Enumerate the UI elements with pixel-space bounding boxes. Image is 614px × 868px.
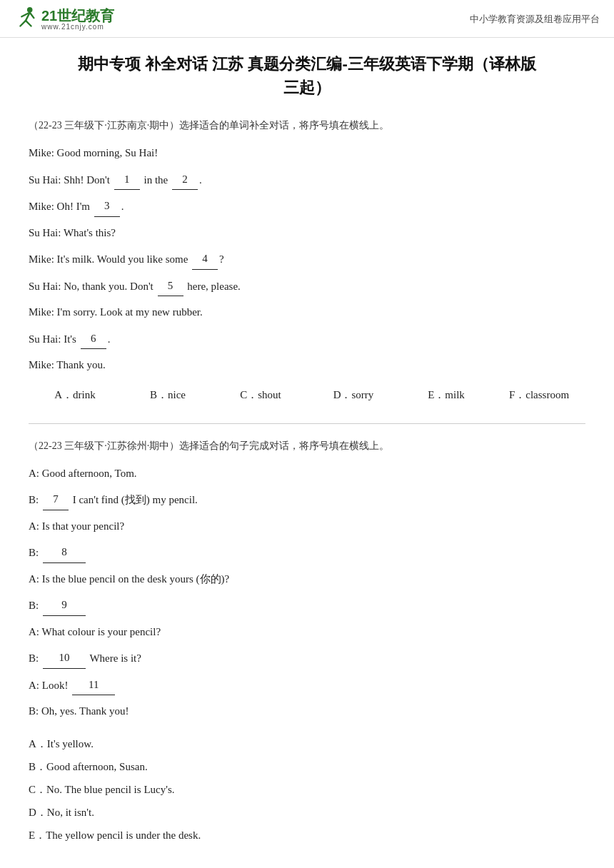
doc-title-line2: 三起） xyxy=(29,76,585,99)
logo-area: 21世纪教育 www.21cnjy.com xyxy=(14,6,114,33)
option-F: F．classroom xyxy=(493,388,585,402)
dialogue-4: Su Hai: What's this? xyxy=(29,223,585,243)
svg-line-3 xyxy=(26,21,31,26)
document-title: 期中专项 补全对话 江苏 真题分类汇编-三年级英语下学期（译林版 三起） xyxy=(29,52,585,99)
choice-D: D．No, it isn't. xyxy=(29,802,585,823)
logo-runner-icon xyxy=(14,6,37,33)
logo-main-text: 21世纪教育 xyxy=(41,9,114,23)
dialogue-7: Mike: I'm sorry. Look at my new rubber. xyxy=(29,302,585,323)
blank-11: 11 xyxy=(72,675,115,696)
s2-dialogue-9: A: Look! 11 xyxy=(29,675,585,696)
option-E: E．milk xyxy=(400,388,493,402)
main-content: 期中专项 补全对话 江苏 真题分类汇编-三年级英语下学期（译林版 三起） （22… xyxy=(0,38,614,868)
choice-A: A．It's yellow. xyxy=(29,733,585,755)
blank-10: 10 xyxy=(43,647,86,669)
section2-label: （22-23 三年级下·江苏徐州·期中）选择适合的句子完成对话，将序号填在横线上… xyxy=(29,437,585,455)
s2-dialogue-8: B: 10 Where is it? xyxy=(29,647,585,669)
blank-5: 5 xyxy=(158,276,183,297)
choice-C: C．No. The blue pencil is Lucy's. xyxy=(29,779,585,800)
s2-dialogue-10: B: Oh, yes. Thank you! xyxy=(29,701,585,722)
dialogue-8: Su Hai: It's 6. xyxy=(29,328,585,350)
s2-dialogue-2: B: 7 I can't find (找到) my pencil. xyxy=(29,489,585,510)
s2-dialogue-5: A: Is the blue pencil on the desk yours … xyxy=(29,569,585,590)
s2-dialogue-3: A: Is that your pencil? xyxy=(29,516,585,537)
s2-dialogue-7: A: What colour is your pencil? xyxy=(29,622,585,642)
blank-7: 7 xyxy=(43,489,69,510)
blank-2: 2 xyxy=(172,169,198,191)
header-platform-text: 中小学教育资源及组卷应用平台 xyxy=(470,13,600,26)
dialogue-9: Mike: Thank you. xyxy=(29,355,585,375)
doc-title-line1: 期中专项 补全对话 江苏 真题分类汇编-三年级英语下学期（译林版 xyxy=(29,52,585,76)
section2-choices: A．It's yellow. B．Good afternoon, Susan. … xyxy=(29,733,585,846)
section1-label: （22-23 三年级下·江苏南京·期中）选择适合的单词补全对话，将序号填在横线上… xyxy=(29,116,585,134)
dialogue-2: Su Hai: Shh! Don't 1 in the 2. xyxy=(29,169,585,191)
svg-line-2 xyxy=(20,21,26,26)
dialogue-6: Su Hai: No, thank you. Don't 5 here, ple… xyxy=(29,276,585,297)
option-B: B．nice xyxy=(121,388,214,402)
section1-options-row: A．drink B．nice C．shout D．sorry E．milk F．… xyxy=(29,388,585,402)
option-A: A．drink xyxy=(29,388,121,402)
s2-dialogue-4: B: 8 xyxy=(29,542,585,563)
dialogue-1: Mike: Good morning, Su Hai! xyxy=(29,143,585,163)
section-divider xyxy=(29,423,585,424)
blank-8: 8 xyxy=(43,542,86,563)
s2-dialogue-6: B: 9 xyxy=(29,595,585,616)
dialogue-5: Mike: It's milk. Would you like some 4? xyxy=(29,248,585,270)
blank-3: 3 xyxy=(94,196,120,217)
dialogue-3: Mike: Oh! I'm 3. xyxy=(29,196,585,217)
s2-dialogue-1: A: Good afternoon, Tom. xyxy=(29,463,585,484)
page-header: 21世纪教育 www.21cnjy.com 中小学教育资源及组卷应用平台 xyxy=(0,0,614,38)
choice-B: B．Good afternoon, Susan. xyxy=(29,756,585,777)
option-C: C．shout xyxy=(214,388,307,402)
option-D: D．sorry xyxy=(307,388,400,402)
logo-url-text: www.21cnjy.com xyxy=(41,23,104,31)
svg-line-5 xyxy=(30,13,34,19)
logo-text-area: 21世纪教育 www.21cnjy.com xyxy=(41,9,114,31)
blank-4: 4 xyxy=(192,248,218,270)
blank-6: 6 xyxy=(81,328,106,350)
choice-E: E．The yellow pencil is under the desk. xyxy=(29,824,585,846)
blank-1: 1 xyxy=(114,169,140,191)
blank-9: 9 xyxy=(43,595,86,616)
